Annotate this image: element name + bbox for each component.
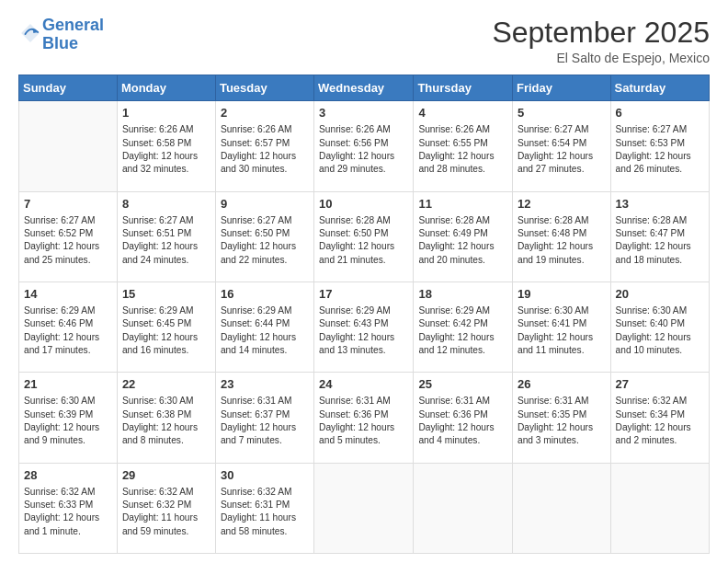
cell-content-line: Sunset: 6:38 PM [122, 408, 210, 421]
cell-content-line: Sunrise: 6:28 AM [518, 214, 606, 227]
cell-content-line: Daylight: 12 hours and 25 minutes. [24, 240, 112, 267]
cell-content-line: Daylight: 12 hours and 24 minutes. [122, 240, 210, 267]
cell-content-line: Sunset: 6:48 PM [518, 227, 606, 240]
day-number: 27 [616, 376, 704, 393]
calendar-cell: 7Sunrise: 6:27 AMSunset: 6:52 PMDaylight… [19, 191, 118, 282]
cell-content-line: Sunset: 6:44 PM [221, 317, 309, 330]
cell-content-line: Sunset: 6:57 PM [221, 137, 309, 150]
cell-content-line: Sunrise: 6:27 AM [24, 214, 112, 227]
cell-content-line: Daylight: 12 hours and 4 minutes. [418, 421, 507, 448]
cell-content-line: Daylight: 12 hours and 10 minutes. [616, 331, 704, 358]
cell-content-line: Daylight: 12 hours and 32 minutes. [122, 150, 210, 177]
logo-text2: Blue [42, 35, 104, 53]
calendar-cell: 2Sunrise: 6:26 AMSunset: 6:57 PMDaylight… [215, 101, 313, 191]
cell-content-line: Sunset: 6:43 PM [319, 317, 408, 330]
cell-content-line: Sunset: 6:42 PM [418, 317, 507, 330]
cell-content-line: Sunset: 6:32 PM [122, 499, 210, 511]
calendar-cell: 24Sunrise: 6:31 AMSunset: 6:36 PMDayligh… [314, 373, 414, 463]
cell-content-line: Daylight: 12 hours and 9 minutes. [24, 421, 112, 448]
cell-content-line: Sunrise: 6:31 AM [221, 395, 309, 408]
cell-content-line: Sunset: 6:58 PM [122, 137, 210, 150]
calendar-cell: 1Sunrise: 6:26 AMSunset: 6:58 PMDaylight… [117, 101, 215, 191]
logo-line2: Blue [42, 34, 78, 52]
cell-content-line: Sunset: 6:55 PM [418, 137, 507, 150]
day-header-monday: Monday [117, 75, 215, 101]
calendar-cell: 21Sunrise: 6:30 AMSunset: 6:39 PMDayligh… [19, 373, 118, 463]
day-number: 29 [122, 467, 210, 484]
cell-content-line: Sunrise: 6:26 AM [221, 123, 309, 136]
calendar-cell: 11Sunrise: 6:28 AMSunset: 6:49 PMDayligh… [414, 191, 513, 282]
day-header-tuesday: Tuesday [215, 75, 313, 101]
header: General Blue September 2025 El Salto de … [18, 17, 710, 65]
cell-content-line: Sunset: 6:40 PM [616, 317, 704, 330]
cell-content-line: Sunset: 6:36 PM [319, 408, 408, 421]
calendar-cell: 22Sunrise: 6:30 AMSunset: 6:38 PMDayligh… [117, 373, 215, 463]
cell-content-line: Sunset: 6:34 PM [616, 408, 704, 421]
calendar-cell: 16Sunrise: 6:29 AMSunset: 6:44 PMDayligh… [215, 282, 313, 372]
day-number: 10 [319, 196, 408, 213]
cell-content-line: Sunset: 6:49 PM [418, 227, 507, 240]
day-number: 16 [221, 286, 309, 303]
cell-content-line: Daylight: 12 hours and 11 minutes. [518, 331, 606, 358]
day-number: 14 [24, 286, 112, 303]
logo-icon [20, 23, 40, 43]
cell-content-line: Sunrise: 6:27 AM [221, 214, 309, 227]
cell-content-line: Daylight: 12 hours and 28 minutes. [418, 150, 507, 177]
day-number: 4 [418, 105, 507, 121]
day-number: 24 [319, 376, 408, 393]
cell-content-line: Daylight: 12 hours and 19 minutes. [518, 240, 606, 267]
calendar-cell: 26Sunrise: 6:31 AMSunset: 6:35 PMDayligh… [512, 373, 610, 463]
calendar-cell: 27Sunrise: 6:32 AMSunset: 6:34 PMDayligh… [610, 373, 709, 463]
cell-content-line: Sunrise: 6:32 AM [122, 486, 210, 499]
day-number: 13 [616, 196, 704, 213]
cell-content-line: Sunset: 6:53 PM [616, 137, 704, 150]
calendar-cell: 19Sunrise: 6:30 AMSunset: 6:41 PMDayligh… [512, 282, 610, 372]
cell-content-line: Sunset: 6:54 PM [518, 137, 606, 150]
day-number: 11 [418, 196, 507, 213]
cell-content-line: Sunset: 6:50 PM [319, 227, 408, 240]
day-number: 8 [122, 196, 210, 213]
cell-content-line: Sunrise: 6:26 AM [418, 123, 507, 136]
calendar-cell: 8Sunrise: 6:27 AMSunset: 6:51 PMDaylight… [117, 191, 215, 282]
cell-content-line: Daylight: 11 hours and 59 minutes. [122, 511, 210, 538]
calendar-week-row: 1Sunrise: 6:26 AMSunset: 6:58 PMDaylight… [19, 101, 710, 191]
cell-content-line: Sunset: 6:50 PM [221, 227, 309, 240]
cell-content-line: Sunset: 6:47 PM [616, 227, 704, 240]
calendar-week-row: 14Sunrise: 6:29 AMSunset: 6:46 PMDayligh… [19, 282, 710, 372]
cell-content-line: Sunrise: 6:29 AM [221, 304, 309, 317]
calendar-cell [314, 463, 414, 553]
day-number: 5 [518, 105, 606, 121]
calendar-cell: 17Sunrise: 6:29 AMSunset: 6:43 PMDayligh… [314, 282, 414, 372]
day-number: 6 [616, 105, 704, 121]
cell-content-line: Daylight: 12 hours and 18 minutes. [616, 240, 704, 267]
cell-content-line: Sunrise: 6:31 AM [418, 395, 507, 408]
cell-content-line: Daylight: 12 hours and 12 minutes. [418, 331, 507, 358]
day-number: 30 [221, 467, 309, 484]
logo-line1: General [42, 16, 104, 34]
cell-content-line: Sunrise: 6:29 AM [122, 304, 210, 317]
calendar-cell: 30Sunrise: 6:32 AMSunset: 6:31 PMDayligh… [215, 463, 313, 553]
cell-content-line: Daylight: 12 hours and 26 minutes. [616, 150, 704, 177]
cell-content-line: Daylight: 12 hours and 7 minutes. [221, 421, 309, 448]
cell-content-line: Daylight: 12 hours and 5 minutes. [319, 421, 408, 448]
cell-content-line: Sunset: 6:45 PM [122, 317, 210, 330]
cell-content-line: Sunrise: 6:27 AM [616, 123, 704, 136]
day-number: 17 [319, 286, 408, 303]
day-header-friday: Friday [512, 75, 610, 101]
cell-content-line: Sunrise: 6:30 AM [518, 304, 606, 317]
cell-content-line: Sunrise: 6:30 AM [122, 395, 210, 408]
cell-content-line: Daylight: 12 hours and 1 minute. [24, 511, 112, 538]
cell-content-line: Sunrise: 6:32 AM [24, 486, 112, 499]
calendar-week-row: 21Sunrise: 6:30 AMSunset: 6:39 PMDayligh… [19, 373, 710, 463]
calendar-cell: 3Sunrise: 6:26 AMSunset: 6:56 PMDaylight… [314, 101, 414, 191]
month-title: September 2025 [492, 17, 710, 49]
calendar-header-row: SundayMondayTuesdayWednesdayThursdayFrid… [19, 75, 710, 101]
cell-content-line: Daylight: 12 hours and 13 minutes. [319, 331, 408, 358]
cell-content-line: Daylight: 12 hours and 27 minutes. [518, 150, 606, 177]
calendar-cell: 14Sunrise: 6:29 AMSunset: 6:46 PMDayligh… [19, 282, 118, 372]
calendar-cell: 9Sunrise: 6:27 AMSunset: 6:50 PMDaylight… [215, 191, 313, 282]
calendar-cell: 18Sunrise: 6:29 AMSunset: 6:42 PMDayligh… [414, 282, 513, 372]
cell-content-line: Sunrise: 6:28 AM [418, 214, 507, 227]
cell-content-line: Sunrise: 6:29 AM [319, 304, 408, 317]
logo: General Blue [18, 17, 104, 53]
